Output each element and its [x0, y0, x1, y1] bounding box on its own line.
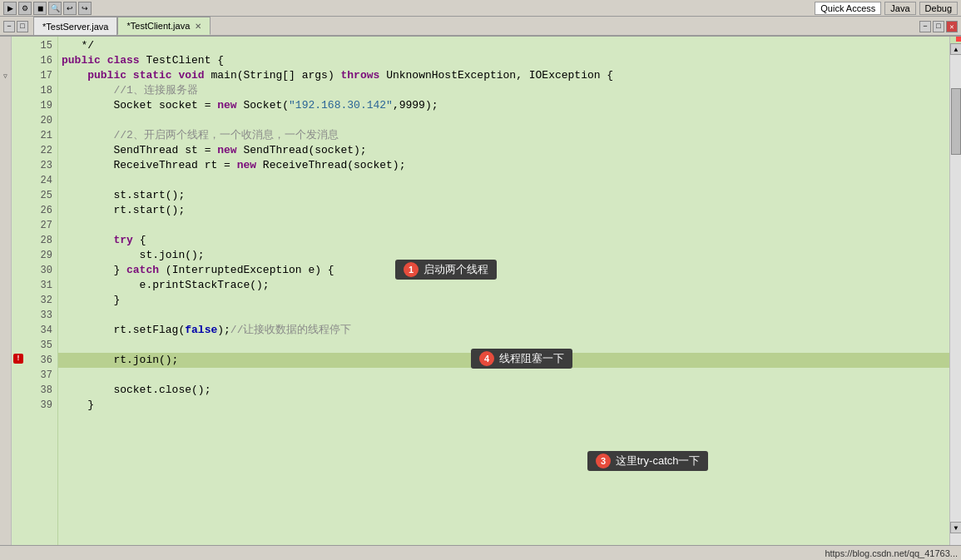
line-number-33: 33	[25, 308, 52, 323]
token-plain: ReceiveThread(socket);	[256, 159, 405, 171]
token-plain: ReceiveThread rt =	[62, 159, 237, 171]
code-line-29: st.join();	[58, 248, 949, 263]
token-plain: Socket socket =	[62, 99, 217, 112]
error-indicator-33	[12, 306, 25, 321]
fold-arrow-16	[0, 278, 11, 293]
fold-arrow-2	[0, 53, 11, 68]
restore-btn[interactable]: □	[17, 21, 28, 32]
code-line-31: e.printStackTrace();	[58, 278, 949, 293]
fold-arrow-20	[0, 323, 11, 338]
fold-arrow-17[interactable]: ▽	[0, 68, 11, 83]
line-number-17: 17	[25, 68, 52, 83]
token-comment: //1、连接服务器	[62, 84, 198, 97]
toolbar-icons: ▶ ⚙ ◼ 🔍 ↩ ↪	[3, 2, 815, 15]
statusbar-url: https://blog.csdn.net/qq_41763...	[825, 548, 958, 558]
code-line-16: public class TestClient {	[58, 53, 949, 68]
annotation-4: 4 线程阻塞一下	[471, 349, 572, 369]
token-kw: try	[113, 234, 132, 246]
error-indicator-20	[12, 112, 25, 126]
token-plain: */	[62, 39, 94, 52]
token-plain: rt.setFlag(	[62, 324, 185, 336]
token-plain	[62, 234, 113, 246]
line-number-20: 20	[25, 113, 52, 128]
minimize-btn[interactable]: −	[3, 21, 15, 32]
token-plain: }	[62, 264, 126, 276]
token-kw2: false	[185, 324, 217, 336]
fold-arrow-7	[0, 143, 11, 158]
token-kw: static	[133, 69, 172, 82]
scroll-down-btn[interactable]: ▼	[950, 522, 961, 533]
fold-arrow-19	[0, 308, 11, 323]
code-line-28: try {	[58, 233, 949, 248]
fold-gutter: ▽	[0, 37, 12, 545]
code-line-33	[58, 308, 949, 323]
line-number-30: 30	[25, 263, 52, 278]
toolbar-icon-1[interactable]: ▶	[3, 2, 17, 15]
fold-arrow-3	[0, 83, 11, 98]
line-number-27: 27	[25, 218, 52, 233]
toolbar-icon-5[interactable]: ↩	[63, 2, 77, 15]
toolbar-icon-6[interactable]: ↪	[78, 2, 92, 15]
close-btn[interactable]: ✕	[946, 21, 958, 32]
annotation-1: 1 启动两个线程	[395, 260, 497, 280]
fold-arrow-12	[0, 218, 11, 233]
line-number-39: 39	[25, 398, 52, 413]
scroll-thumb[interactable]	[951, 88, 961, 155]
scroll-up-btn[interactable]: ▲	[950, 43, 961, 55]
minimap-error-indicator	[956, 37, 961, 42]
tab-testclient[interactable]: *TestClient.java ✕	[117, 17, 211, 35]
tab-testserver-label: *TestServer.java	[42, 22, 108, 32]
token-kw: new	[217, 99, 236, 112]
tab-close-icon[interactable]: ✕	[195, 22, 201, 31]
error-indicator-37	[12, 366, 25, 381]
code-line-37	[58, 368, 949, 383]
token-kw: catch	[126, 264, 159, 276]
quick-access-input[interactable]: Quick Access	[815, 2, 881, 15]
annotation-text-1: 启动两个线程	[424, 263, 488, 275]
tab-testclient-label: *TestClient.java	[126, 21, 190, 31]
min-btn[interactable]: −	[919, 21, 931, 32]
error-indicator-22	[12, 141, 25, 156]
annotation-text-4: 线程阻塞一下	[499, 352, 564, 364]
fold-arrow-11	[0, 203, 11, 218]
toolbar-icon-4[interactable]: 🔍	[48, 2, 62, 15]
fold-arrow-8	[0, 158, 11, 173]
line-number-26: 26	[25, 203, 52, 218]
token-plain: rt.join();	[62, 354, 178, 366]
error-indicator-28	[12, 231, 25, 246]
token-plain: UnknownHostException, IOException {	[379, 69, 613, 82]
window-controls-right: − □ ✕	[919, 21, 961, 35]
code-line-25: st.start();	[58, 188, 949, 203]
error-indicator-31	[12, 276, 25, 291]
toolbar-icon-3[interactable]: ◼	[33, 2, 47, 15]
line-number-32: 32	[25, 293, 52, 308]
token-kw: throws	[341, 69, 380, 82]
error-indicator-26	[12, 201, 25, 216]
line-number-18: 18	[25, 83, 52, 98]
code-line-22: SendThread st = new SendThread(socket);	[58, 143, 949, 158]
token-plain: );	[217, 324, 230, 336]
code-line-30: } catch (InterruptedException e) {	[58, 263, 949, 278]
fold-arrow-5	[0, 113, 11, 128]
line-number-29: 29	[25, 248, 52, 263]
annotation-3: 3 这里try-catch一下	[587, 451, 708, 471]
toolbar-icon-2[interactable]: ⚙	[18, 2, 32, 15]
minimap-top	[950, 37, 961, 43]
window-controls-left: − □	[3, 21, 28, 32]
token-kw: new	[217, 144, 236, 156]
vertical-scrollbar[interactable]: ▲ ▼	[949, 37, 961, 545]
java-button[interactable]: Java	[884, 2, 915, 15]
token-plain: rt.start();	[62, 204, 185, 216]
fold-arrow-21	[0, 338, 11, 353]
max-btn[interactable]: □	[933, 21, 944, 32]
code-area[interactable]: */public class TestClient { public stati…	[58, 37, 949, 545]
line-number-35: 35	[25, 338, 52, 353]
error-indicator-23	[12, 156, 25, 171]
debug-button[interactable]: Debug	[919, 2, 958, 15]
token-plain: TestClient {	[140, 54, 224, 67]
token-kw: new	[237, 159, 256, 171]
line-number-15: 15	[25, 38, 52, 53]
line-number-31: 31	[25, 278, 52, 293]
error-indicator-39	[12, 396, 25, 411]
tab-testserver[interactable]: *TestServer.java	[33, 17, 117, 35]
